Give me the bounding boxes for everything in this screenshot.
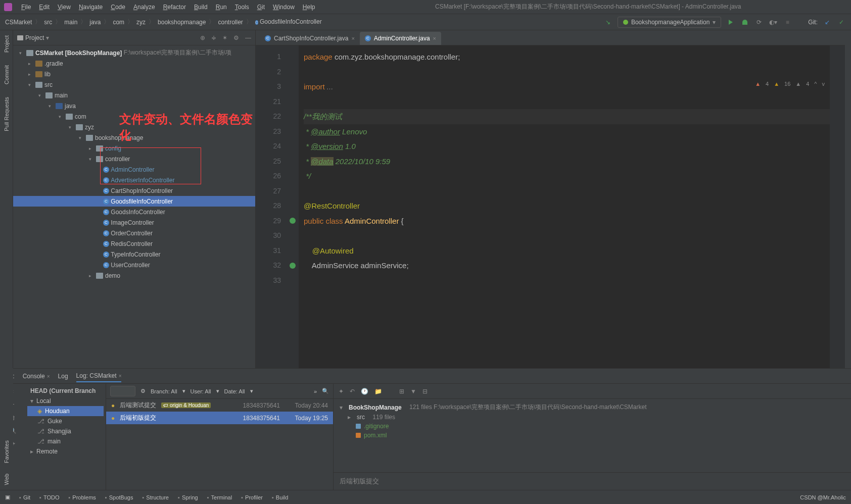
menu-help[interactable]: Help — [299, 4, 319, 11]
clock-icon[interactable]: 🕐 — [361, 388, 368, 395]
stop-button[interactable]: ■ — [783, 18, 792, 27]
log-csmarket-tab[interactable]: Log: CSMarket× — [76, 370, 122, 382]
status-build[interactable]: ▪Build — [272, 494, 288, 500]
icon-gutter[interactable] — [286, 45, 299, 368]
vcs-update-icon[interactable]: ↙ — [823, 18, 832, 27]
run-button[interactable] — [726, 18, 735, 27]
editor-tab[interactable]: CAdminController.java× — [360, 32, 441, 45]
status-spring[interactable]: ▪Spring — [178, 494, 198, 500]
status-terminal[interactable]: ▪Terminal — [207, 494, 232, 500]
commit-row[interactable]: ●后端初版提交18348375641Today 19:25 — [106, 412, 333, 424]
breadcrumb[interactable]: CSMarket〉src〉main〉java〉com〉zyz〉bookshopm… — [5, 18, 603, 26]
status-problems[interactable]: ▪Problems — [68, 494, 96, 500]
editor-tab[interactable]: CCartShopInfoController.java× — [260, 32, 360, 45]
tree-item[interactable]: ▸demo — [13, 270, 255, 281]
tree-item[interactable]: ▾zyz — [13, 122, 255, 132]
build-hammer-icon[interactable]: ↘ — [603, 18, 612, 27]
breadcrumb-item[interactable]: zyz — [136, 19, 146, 26]
settings-icon[interactable]: ⚙ — [233, 34, 239, 41]
code-editor[interactable]: package com.zyz.bookshopmanage.controlle… — [299, 45, 830, 368]
coverage-button[interactable]: ⟳ — [754, 18, 764, 27]
git-changed-files[interactable]: ▾BookShopManage 121 files F:\workspace\完… — [334, 399, 851, 472]
line-number-gutter[interactable]: 12321222324252627282930313233 — [256, 45, 286, 368]
tree-class-item[interactable]: C GoodsInfoController — [13, 207, 255, 217]
menu-view[interactable]: View — [54, 4, 75, 11]
breadcrumb-item[interactable]: main — [64, 19, 77, 26]
menu-navigate[interactable]: Navigate — [75, 4, 107, 11]
branch-item[interactable]: ◈ Houduan — [27, 406, 104, 416]
commit-tool-tab[interactable]: Commit — [4, 65, 10, 84]
tree-item[interactable]: ▾main — [13, 90, 255, 100]
collapse-all-icon[interactable]: ✶ — [222, 34, 227, 41]
breadcrumb-item[interactable]: com — [113, 19, 124, 26]
branch-remote-header[interactable]: ▸Remote — [27, 446, 104, 457]
status-structure[interactable]: ▪Structure — [142, 494, 169, 500]
breadcrumb-item[interactable]: src — [44, 19, 52, 26]
menu-refactor[interactable]: Refactor — [159, 4, 190, 11]
run-configuration-selector[interactable]: BookshopmanageApplication ▾ — [618, 17, 721, 28]
more-icon[interactable]: » — [314, 388, 317, 394]
search-icon[interactable]: 🔍 — [322, 388, 329, 394]
status-todo[interactable]: ▪TODO — [39, 494, 59, 500]
breadcrumb-item[interactable]: java — [89, 19, 101, 26]
tree-item[interactable]: ▸config — [13, 143, 255, 154]
menu-git[interactable]: Git — [253, 4, 269, 11]
diff-icon[interactable]: ⊟ — [422, 388, 428, 395]
tree-root[interactable]: ▾CSMarket [BookShopManage] F:\workspace\… — [13, 47, 255, 58]
locate-icon[interactable]: ⊕ — [200, 34, 205, 41]
branch-item[interactable]: ⎇ Shangjia — [27, 426, 104, 436]
breadcrumb-item[interactable]: CSMarket — [5, 19, 32, 26]
minimap[interactable] — [830, 45, 845, 368]
tool-windows-icon[interactable]: ▣ — [5, 494, 10, 500]
tree-item[interactable]: ▾controller — [13, 154, 255, 164]
breadcrumb-item[interactable]: controller — [218, 19, 243, 26]
status-spotbugs[interactable]: ▪SpotBugs — [105, 494, 133, 500]
tree-class-item[interactable]: C AdvertiserInfoController — [13, 175, 255, 185]
menu-tools[interactable]: Tools — [231, 4, 253, 11]
project-tool-tab[interactable]: Project — [4, 35, 10, 53]
tree-item[interactable]: ▸lib — [13, 69, 255, 79]
inspection-indicators[interactable]: ▲4 ▲16 ▲4 ^v — [755, 81, 825, 87]
log-tab[interactable]: Log — [58, 371, 68, 382]
settings-icon[interactable]: ⚙ — [140, 388, 146, 394]
close-icon[interactable]: × — [351, 35, 354, 41]
branch-item[interactable]: ⎇ Guke — [27, 416, 104, 426]
profile-button[interactable]: ◐▾ — [769, 18, 778, 27]
breadcrumb-item[interactable]: C GoodsfileInfoController — [255, 18, 322, 26]
tree-item[interactable]: ▸.gradle — [13, 58, 255, 69]
tree-item[interactable]: ▾bookshopmanage — [13, 132, 255, 143]
menu-analyze[interactable]: Analyze — [129, 4, 159, 11]
menu-code[interactable]: Code — [107, 4, 129, 11]
expand-all-icon[interactable]: ≑ — [211, 34, 216, 41]
console-tab[interactable]: Console× — [23, 371, 50, 382]
tree-class-item[interactable]: C TypeInfoController — [13, 249, 255, 260]
status-profiler[interactable]: ▪Profiler — [241, 494, 263, 500]
tree-class-item[interactable]: C AdminController — [13, 164, 255, 175]
tree-item[interactable]: ▾src — [13, 79, 255, 90]
changed-file-row[interactable]: ▸src 119 files — [340, 413, 845, 422]
tree-class-item[interactable]: C RedisController — [13, 238, 255, 249]
repo-row[interactable]: ▾BookShopManage 121 files F:\workspace\完… — [340, 402, 845, 413]
menu-edit[interactable]: Edit — [35, 4, 54, 11]
changed-file-row[interactable]: .gitignore — [340, 422, 845, 431]
status-git[interactable]: ▪Git — [19, 494, 30, 500]
log-search-input[interactable] — [110, 386, 135, 396]
branch-local-header[interactable]: ▾Local — [27, 396, 104, 406]
favorites-tool-tab[interactable]: Favorites — [4, 440, 10, 463]
group-icon[interactable]: ⊞ — [399, 388, 404, 395]
branch-item[interactable]: ⎇ main — [27, 436, 104, 446]
menu-file[interactable]: File — [17, 4, 35, 11]
cherry-pick-icon[interactable]: ✦ — [339, 388, 344, 395]
user-filter[interactable]: User: All — [191, 388, 211, 394]
menu-window[interactable]: Window — [269, 4, 299, 11]
pull-requests-tool-tab[interactable]: Pull Requests — [4, 97, 10, 131]
branch-head[interactable]: HEAD (Current Branch — [27, 386, 104, 396]
debug-button[interactable] — [740, 18, 749, 27]
tree-class-item[interactable]: C CartShopInfoController — [13, 185, 255, 196]
menu-run[interactable]: Run — [212, 4, 231, 11]
changed-file-row[interactable]: pom.xml — [340, 431, 845, 440]
folder-icon[interactable]: 📁 — [374, 388, 382, 395]
web-tool-tab[interactable]: Web — [4, 474, 10, 485]
hide-icon[interactable]: — — [245, 34, 251, 41]
filter-icon[interactable]: ▼ — [410, 388, 416, 395]
